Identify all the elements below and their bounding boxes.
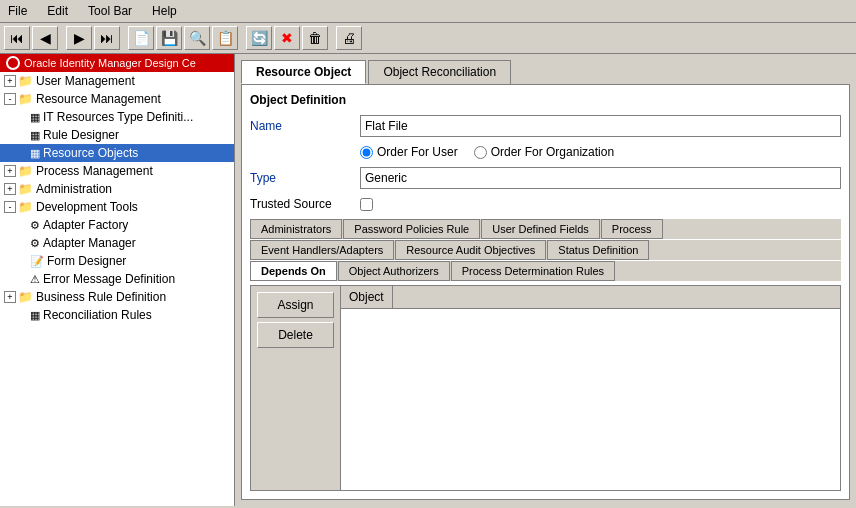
sidebar-label: Error Message Definition xyxy=(43,272,175,286)
radio-order-user[interactable]: Order For User xyxy=(360,145,458,159)
folder-icon: 📁 xyxy=(18,164,33,178)
delete-btn[interactable]: 🗑 xyxy=(302,26,328,50)
name-label: Name xyxy=(250,119,360,133)
delete-button[interactable]: Delete xyxy=(257,322,334,348)
sub-tab-password-policies[interactable]: Password Policies Rule xyxy=(343,219,480,239)
tab-object-reconciliation[interactable]: Object Reconciliation xyxy=(368,60,511,84)
print-btn[interactable]: 🖨 xyxy=(336,26,362,50)
gear-icon: ⚙ xyxy=(30,219,40,232)
sidebar-item-resource-objects[interactable]: ▦ Resource Objects xyxy=(0,144,234,162)
assign-button[interactable]: Assign xyxy=(257,292,334,318)
type-label: Type xyxy=(250,171,360,185)
sidebar-label: Adapter Manager xyxy=(43,236,136,250)
oracle-logo-icon xyxy=(6,56,20,70)
sidebar-item-process-management[interactable]: + 📁 Process Management xyxy=(0,162,234,180)
search-btn[interactable]: 🔍 xyxy=(184,26,210,50)
form-panel: Object Definition Name Order For User Or… xyxy=(241,84,850,500)
sidebar-item-reconciliation-rules[interactable]: ▦ Reconciliation Rules xyxy=(0,306,234,324)
grid-icon: ▦ xyxy=(30,111,40,124)
new-btn[interactable]: 📄 xyxy=(128,26,154,50)
table-content: Object xyxy=(341,286,840,490)
sidebar-item-rule-designer[interactable]: ▦ Rule Designer xyxy=(0,126,234,144)
sub-tab-row1: Administrators Password Policies Rule Us… xyxy=(250,219,841,239)
sidebar-label: Reconciliation Rules xyxy=(43,308,152,322)
toolbar: ⏮ ◀ ▶ ⏭ 📄 💾 🔍 📋 🔄 ✖ 🗑 🖨 xyxy=(0,23,856,54)
tab-resource-object[interactable]: Resource Object xyxy=(241,60,366,84)
sidebar-item-user-management[interactable]: + 📁 User Management xyxy=(0,72,234,90)
menu-help[interactable]: Help xyxy=(148,2,181,20)
sidebar-label: User Management xyxy=(36,74,135,88)
copy-btn[interactable]: 📋 xyxy=(212,26,238,50)
expander-icon[interactable]: + xyxy=(4,183,16,195)
type-input[interactable] xyxy=(360,167,841,189)
sidebar-item-business-rule[interactable]: + 📁 Business Rule Definition xyxy=(0,288,234,306)
expander-icon[interactable]: + xyxy=(4,75,16,87)
sidebar-label: Resource Management xyxy=(36,92,161,106)
sub-tab-event-handlers[interactable]: Event Handlers/Adapters xyxy=(250,240,394,260)
menu-toolbar[interactable]: Tool Bar xyxy=(84,2,136,20)
sub-tab-administrators[interactable]: Administrators xyxy=(250,219,342,239)
folder-icon: 📁 xyxy=(18,200,33,214)
radio-org-input[interactable] xyxy=(474,146,487,159)
grid-icon: ▦ xyxy=(30,129,40,142)
table-area: Assign Delete Object xyxy=(250,285,841,491)
sidebar-item-resource-management[interactable]: - 📁 Resource Management xyxy=(0,90,234,108)
trusted-source-row: Trusted Source xyxy=(250,197,841,211)
expander-icon[interactable]: - xyxy=(4,93,16,105)
sub-tab-process[interactable]: Process xyxy=(601,219,663,239)
sidebar-item-adapter-manager[interactable]: ⚙ Adapter Manager xyxy=(0,234,234,252)
section-title: Object Definition xyxy=(250,93,841,107)
radio-org-label: Order For Organization xyxy=(491,145,614,159)
warning-icon: ⚠ xyxy=(30,273,40,286)
expander-icon[interactable]: + xyxy=(4,291,16,303)
folder-icon: 📁 xyxy=(18,182,33,196)
expander-icon[interactable]: + xyxy=(4,165,16,177)
radio-user-label: Order For User xyxy=(377,145,458,159)
gear-icon: ⚙ xyxy=(30,237,40,250)
oracle-label: Oracle Identity Manager Design Ce xyxy=(24,57,196,69)
sub-tab-resource-audit[interactable]: Resource Audit Objectives xyxy=(395,240,546,260)
sidebar-item-form-designer[interactable]: 📝 Form Designer xyxy=(0,252,234,270)
sidebar-item-it-resources[interactable]: ▦ IT Resources Type Definiti... xyxy=(0,108,234,126)
top-tab-row: Resource Object Object Reconciliation xyxy=(241,60,850,84)
save-btn[interactable]: 💾 xyxy=(156,26,182,50)
sidebar-label: Business Rule Definition xyxy=(36,290,166,304)
type-row: Type xyxy=(250,167,841,189)
sub-tab-row2: Event Handlers/Adapters Resource Audit O… xyxy=(250,240,841,260)
sidebar-item-error-message[interactable]: ⚠ Error Message Definition xyxy=(0,270,234,288)
prev-btn[interactable]: ◀ xyxy=(32,26,58,50)
sub-tab-depends-on[interactable]: Depends On xyxy=(250,261,337,281)
radio-user-input[interactable] xyxy=(360,146,373,159)
folder-icon: 📁 xyxy=(18,92,33,106)
sub-tab-object-authorizers[interactable]: Object Authorizers xyxy=(338,261,450,281)
sub-tab-status-definition[interactable]: Status Definition xyxy=(547,240,649,260)
sidebar-label: IT Resources Type Definiti... xyxy=(43,110,193,124)
last-btn[interactable]: ⏭ xyxy=(94,26,120,50)
next-btn[interactable]: ▶ xyxy=(66,26,92,50)
menu-file[interactable]: File xyxy=(4,2,31,20)
name-input[interactable] xyxy=(360,115,841,137)
stop-btn[interactable]: ✖ xyxy=(274,26,300,50)
menu-edit[interactable]: Edit xyxy=(43,2,72,20)
grid-icon: ▦ xyxy=(30,147,40,160)
first-btn[interactable]: ⏮ xyxy=(4,26,30,50)
radio-order-org[interactable]: Order For Organization xyxy=(474,145,614,159)
table-header-row: Object xyxy=(341,286,840,309)
oracle-header: Oracle Identity Manager Design Ce xyxy=(0,54,234,72)
sub-tab-process-determination[interactable]: Process Determination Rules xyxy=(451,261,615,281)
sub-tab-user-defined[interactable]: User Defined Fields xyxy=(481,219,600,239)
table-header-object: Object xyxy=(341,286,393,308)
sidebar-item-adapter-factory[interactable]: ⚙ Adapter Factory xyxy=(0,216,234,234)
sidebar-label: Resource Objects xyxy=(43,146,138,160)
radio-group: Order For User Order For Organization xyxy=(360,145,841,159)
refresh-btn[interactable]: 🔄 xyxy=(246,26,272,50)
main-container: Oracle Identity Manager Design Ce + 📁 Us… xyxy=(0,54,856,506)
sidebar: Oracle Identity Manager Design Ce + 📁 Us… xyxy=(0,54,235,506)
sidebar-label: Administration xyxy=(36,182,112,196)
content-area: Resource Object Object Reconciliation Ob… xyxy=(235,54,856,506)
sidebar-item-development-tools[interactable]: - 📁 Development Tools xyxy=(0,198,234,216)
trusted-source-checkbox[interactable] xyxy=(360,198,373,211)
menu-bar: File Edit Tool Bar Help xyxy=(0,0,856,23)
expander-icon[interactable]: - xyxy=(4,201,16,213)
sidebar-item-administration[interactable]: + 📁 Administration xyxy=(0,180,234,198)
